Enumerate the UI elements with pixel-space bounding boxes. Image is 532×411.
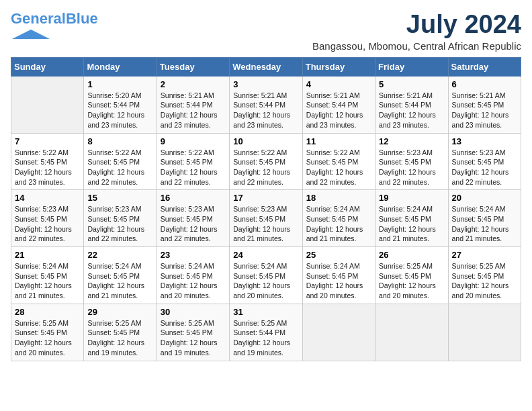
day-info: Sunrise: 5:23 AMSunset: 5:45 PMDaylight:… <box>233 204 298 244</box>
calendar-cell: 31Sunrise: 5:25 AMSunset: 5:44 PMDayligh… <box>230 304 302 361</box>
day-header-thursday: Thursday <box>302 57 375 76</box>
calendar-cell: 4Sunrise: 5:21 AMSunset: 5:44 PMDaylight… <box>302 76 375 133</box>
day-info: Sunrise: 5:24 AMSunset: 5:45 PMDaylight:… <box>306 261 371 301</box>
calendar-cell: 23Sunrise: 5:24 AMSunset: 5:45 PMDayligh… <box>157 247 229 304</box>
calendar-cell: 1Sunrise: 5:20 AMSunset: 5:44 PMDaylight… <box>84 76 157 133</box>
day-header-tuesday: Tuesday <box>157 57 229 76</box>
day-info: Sunrise: 5:20 AMSunset: 5:44 PMDaylight:… <box>87 91 152 130</box>
day-number: 18 <box>306 193 371 203</box>
day-number: 14 <box>15 193 80 203</box>
calendar-cell: 15Sunrise: 5:23 AMSunset: 5:45 PMDayligh… <box>84 190 157 247</box>
logo-text: GeneralBlue <box>11 11 98 27</box>
calendar-cell: 28Sunrise: 5:25 AMSunset: 5:45 PMDayligh… <box>11 304 84 361</box>
day-number: 8 <box>87 136 152 146</box>
day-info: Sunrise: 5:21 AMSunset: 5:44 PMDaylight:… <box>306 91 371 130</box>
calendar-table: SundayMondayTuesdayWednesdayThursdayFrid… <box>11 57 521 361</box>
day-info: Sunrise: 5:25 AMSunset: 5:45 PMDaylight:… <box>452 261 517 301</box>
calendar-cell: 19Sunrise: 5:24 AMSunset: 5:45 PMDayligh… <box>375 190 448 247</box>
day-number: 3 <box>233 79 298 89</box>
calendar-cell: 20Sunrise: 5:24 AMSunset: 5:45 PMDayligh… <box>448 190 521 247</box>
logo-icon <box>11 28 51 40</box>
calendar-cell <box>375 304 448 361</box>
day-number: 4 <box>306 79 371 89</box>
day-info: Sunrise: 5:21 AMSunset: 5:44 PMDaylight:… <box>161 91 226 130</box>
calendar-cell: 30Sunrise: 5:25 AMSunset: 5:45 PMDayligh… <box>157 304 229 361</box>
day-number: 20 <box>452 193 517 203</box>
logo-blue: Blue <box>66 10 98 27</box>
day-info: Sunrise: 5:24 AMSunset: 5:45 PMDaylight:… <box>452 204 517 244</box>
day-info: Sunrise: 5:24 AMSunset: 5:45 PMDaylight:… <box>379 204 444 244</box>
day-info: Sunrise: 5:23 AMSunset: 5:45 PMDaylight:… <box>379 148 444 187</box>
day-info: Sunrise: 5:22 AMSunset: 5:45 PMDaylight:… <box>161 148 226 187</box>
day-info: Sunrise: 5:24 AMSunset: 5:45 PMDaylight:… <box>233 261 298 301</box>
day-number: 6 <box>452 79 517 89</box>
title-area: July 2024 Bangassou, Mbomou, Central Afr… <box>312 11 521 52</box>
day-header-wednesday: Wednesday <box>230 57 302 76</box>
day-info: Sunrise: 5:25 AMSunset: 5:45 PMDaylight:… <box>379 261 444 301</box>
day-number: 1 <box>87 79 152 89</box>
day-number: 29 <box>87 307 152 317</box>
day-number: 2 <box>161 79 226 89</box>
day-info: Sunrise: 5:25 AMSunset: 5:45 PMDaylight:… <box>15 318 80 358</box>
logo-general: General <box>11 10 66 27</box>
week-row-2: 7Sunrise: 5:22 AMSunset: 5:45 PMDaylight… <box>11 133 521 190</box>
day-number: 11 <box>306 136 371 146</box>
week-row-3: 14Sunrise: 5:23 AMSunset: 5:45 PMDayligh… <box>11 190 521 247</box>
calendar-cell <box>448 304 521 361</box>
header: GeneralBlue July 2024 Bangassou, Mbomou,… <box>11 11 521 52</box>
calendar-cell: 18Sunrise: 5:24 AMSunset: 5:45 PMDayligh… <box>302 190 375 247</box>
day-number: 21 <box>15 250 80 260</box>
logo: GeneralBlue <box>11 11 98 40</box>
day-info: Sunrise: 5:23 AMSunset: 5:45 PMDaylight:… <box>15 204 80 244</box>
day-number: 9 <box>161 136 226 146</box>
calendar-cell: 22Sunrise: 5:24 AMSunset: 5:45 PMDayligh… <box>84 247 157 304</box>
calendar-cell: 6Sunrise: 5:21 AMSunset: 5:45 PMDaylight… <box>448 76 521 133</box>
day-number: 17 <box>233 193 298 203</box>
day-number: 16 <box>161 193 226 203</box>
week-row-4: 21Sunrise: 5:24 AMSunset: 5:45 PMDayligh… <box>11 247 521 304</box>
calendar-cell: 25Sunrise: 5:24 AMSunset: 5:45 PMDayligh… <box>302 247 375 304</box>
calendar-cell: 9Sunrise: 5:22 AMSunset: 5:45 PMDaylight… <box>157 133 229 190</box>
day-number: 19 <box>379 193 444 203</box>
week-row-1: 1Sunrise: 5:20 AMSunset: 5:44 PMDaylight… <box>11 76 521 133</box>
week-row-5: 28Sunrise: 5:25 AMSunset: 5:45 PMDayligh… <box>11 304 521 361</box>
calendar-cell: 7Sunrise: 5:22 AMSunset: 5:45 PMDaylight… <box>11 133 84 190</box>
day-number: 26 <box>379 250 444 260</box>
calendar-cell: 29Sunrise: 5:25 AMSunset: 5:45 PMDayligh… <box>84 304 157 361</box>
svg-marker-0 <box>12 30 50 39</box>
calendar-cell: 11Sunrise: 5:22 AMSunset: 5:45 PMDayligh… <box>302 133 375 190</box>
day-info: Sunrise: 5:23 AMSunset: 5:45 PMDaylight:… <box>452 148 517 187</box>
day-info: Sunrise: 5:24 AMSunset: 5:45 PMDaylight:… <box>15 261 80 301</box>
calendar-cell: 3Sunrise: 5:21 AMSunset: 5:44 PMDaylight… <box>230 76 302 133</box>
day-number: 23 <box>161 250 226 260</box>
day-info: Sunrise: 5:25 AMSunset: 5:45 PMDaylight:… <box>87 318 152 358</box>
calendar-cell: 24Sunrise: 5:24 AMSunset: 5:45 PMDayligh… <box>230 247 302 304</box>
calendar-cell: 10Sunrise: 5:22 AMSunset: 5:45 PMDayligh… <box>230 133 302 190</box>
day-header-friday: Friday <box>375 57 448 76</box>
day-number: 27 <box>452 250 517 260</box>
day-info: Sunrise: 5:22 AMSunset: 5:45 PMDaylight:… <box>233 148 298 187</box>
day-header-sunday: Sunday <box>11 57 84 76</box>
calendar-cell: 8Sunrise: 5:22 AMSunset: 5:45 PMDaylight… <box>84 133 157 190</box>
calendar-cell: 5Sunrise: 5:21 AMSunset: 5:44 PMDaylight… <box>375 76 448 133</box>
day-info: Sunrise: 5:23 AMSunset: 5:45 PMDaylight:… <box>161 204 226 244</box>
calendar-cell: 12Sunrise: 5:23 AMSunset: 5:45 PMDayligh… <box>375 133 448 190</box>
day-number: 13 <box>452 136 517 146</box>
calendar-cell: 27Sunrise: 5:25 AMSunset: 5:45 PMDayligh… <box>448 247 521 304</box>
calendar-cell: 21Sunrise: 5:24 AMSunset: 5:45 PMDayligh… <box>11 247 84 304</box>
day-info: Sunrise: 5:22 AMSunset: 5:45 PMDaylight:… <box>15 148 80 187</box>
day-number: 24 <box>233 250 298 260</box>
day-info: Sunrise: 5:24 AMSunset: 5:45 PMDaylight:… <box>161 261 226 301</box>
day-info: Sunrise: 5:25 AMSunset: 5:45 PMDaylight:… <box>161 318 226 358</box>
calendar-cell: 26Sunrise: 5:25 AMSunset: 5:45 PMDayligh… <box>375 247 448 304</box>
day-number: 25 <box>306 250 371 260</box>
day-info: Sunrise: 5:21 AMSunset: 5:45 PMDaylight:… <box>452 91 517 130</box>
day-header-saturday: Saturday <box>448 57 521 76</box>
day-number: 5 <box>379 79 444 89</box>
day-info: Sunrise: 5:24 AMSunset: 5:45 PMDaylight:… <box>306 204 371 244</box>
day-number: 28 <box>15 307 80 317</box>
day-info: Sunrise: 5:25 AMSunset: 5:44 PMDaylight:… <box>233 318 298 358</box>
calendar-cell: 14Sunrise: 5:23 AMSunset: 5:45 PMDayligh… <box>11 190 84 247</box>
day-number: 7 <box>15 136 80 146</box>
day-info: Sunrise: 5:22 AMSunset: 5:45 PMDaylight:… <box>87 148 152 187</box>
